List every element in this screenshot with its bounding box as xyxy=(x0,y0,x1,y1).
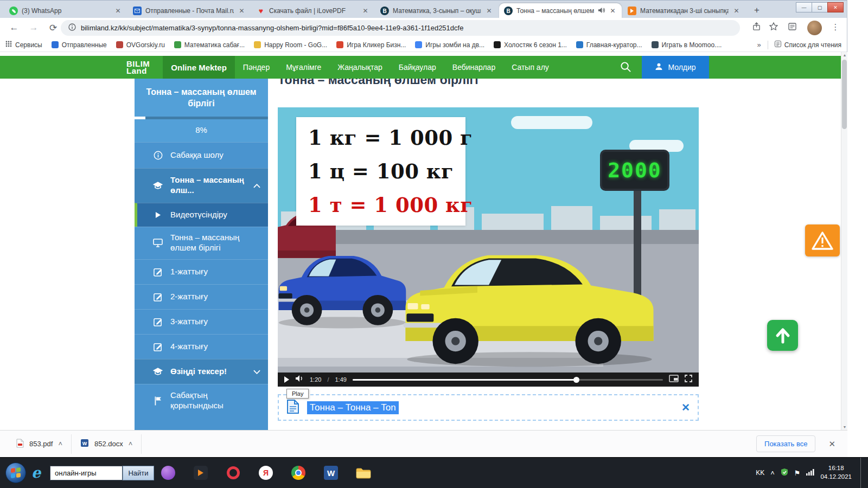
tab-whatsapp[interactable]: (3) WhatsApp ✕ xyxy=(4,3,127,18)
taskbar-search-input[interactable] xyxy=(50,466,123,480)
forward-icon[interactable]: → xyxy=(27,22,40,33)
close-icon[interactable]: ✕ xyxy=(681,401,690,414)
pip-icon[interactable] xyxy=(669,375,679,384)
scroll-down-icon[interactable]: ▼ xyxy=(841,425,847,429)
flag-icon[interactable]: ⚑ xyxy=(794,469,801,477)
back-icon[interactable]: ← xyxy=(8,22,21,33)
bookmark-item[interactable]: Игра Кликер Бизн... xyxy=(336,41,406,49)
seek-bar[interactable] xyxy=(353,379,663,381)
minimize-icon[interactable]: — xyxy=(796,2,812,12)
reload-icon[interactable]: ⟳ xyxy=(47,22,60,34)
media-player-icon[interactable] xyxy=(193,465,209,481)
tab-ilovepdf[interactable]: ♥ Скачать файл | iLovePDF ✕ xyxy=(252,3,374,18)
bookmark-item[interactable]: Игры зомби на дв... xyxy=(415,41,484,49)
warning-badge[interactable] xyxy=(805,224,840,256)
language-indicator[interactable]: KK xyxy=(756,469,764,477)
nav-zhanalyktar[interactable]: Жаңалықтар xyxy=(329,56,391,79)
bookmark-item[interactable]: Отправленные xyxy=(52,41,107,49)
purple-app-icon[interactable] xyxy=(160,465,176,481)
sidebar-item-exercise-3[interactable]: 3-жаттығу xyxy=(135,309,268,334)
bookmark-item[interactable]: Играть в Moomoo.... xyxy=(652,41,722,49)
site-info-icon[interactable] xyxy=(68,23,76,33)
url-text[interactable]: bilimland.kz/kk/subject/matematika/3-syn… xyxy=(81,24,732,32)
scrollbar-thumb[interactable] xyxy=(842,60,847,129)
bookmark-item[interactable]: Главная-куратор... xyxy=(576,41,642,49)
chrome-icon[interactable] xyxy=(290,465,307,481)
selected-text[interactable]: Тонна – Тонна – Ton xyxy=(307,401,399,414)
nav-pander[interactable]: Пәндер xyxy=(235,56,278,79)
volume-icon[interactable] xyxy=(295,375,304,384)
download-menu-caret-icon[interactable]: ˄ xyxy=(129,440,133,448)
nav-satyp-alu[interactable]: Сатып алу xyxy=(503,56,557,79)
hidden-icons-chevron[interactable]: ˄ xyxy=(770,469,775,477)
taskbar-search-button[interactable]: Найти xyxy=(123,466,154,480)
tab-audio-icon[interactable] xyxy=(598,6,605,16)
bookmark-item[interactable]: Happy Room - GoG... xyxy=(254,41,327,49)
sidebar-item-exercise-1[interactable]: 1-жаттығу xyxy=(135,259,268,284)
shield-icon[interactable] xyxy=(781,468,788,478)
bookmark-item[interactable]: Математика сабағ... xyxy=(174,41,245,49)
bookmark-item[interactable]: OVGorskiy.ru xyxy=(116,41,165,49)
internet-explorer-icon[interactable]: e xyxy=(31,464,41,481)
tab-close-icon[interactable]: ✕ xyxy=(732,7,741,15)
video-player[interactable]: 2000 xyxy=(278,107,699,387)
transcript-row[interactable]: Тонна – Тонна – Ton ✕ xyxy=(278,394,699,421)
bookmark-star-icon[interactable] xyxy=(767,22,780,33)
opera-icon[interactable] xyxy=(225,465,241,481)
fullscreen-icon[interactable] xyxy=(685,375,692,384)
nav-baikaular[interactable]: Байқаулар xyxy=(391,56,444,79)
reading-list-icon[interactable] xyxy=(786,22,799,33)
close-icon[interactable]: ✕ xyxy=(827,2,844,12)
tab-close-icon[interactable]: ✕ xyxy=(361,7,369,15)
tab-mailru[interactable]: Отправленные - Почта Mail.ru ✕ xyxy=(128,3,251,18)
chevron-up-icon[interactable] xyxy=(253,181,260,191)
tab-close-icon[interactable]: ✕ xyxy=(238,7,246,15)
sidebar-section-tonna[interactable]: Тонна – массаның өлш... xyxy=(135,168,268,203)
yandex-browser-icon[interactable]: Я xyxy=(258,465,274,481)
sidebar-item-exercise-2[interactable]: 2-жаттығу xyxy=(135,284,268,309)
close-shelf-icon[interactable]: ✕ xyxy=(828,439,835,449)
address-bar[interactable]: bilimland.kz/kk/subject/matematika/3-syn… xyxy=(61,20,740,36)
bilimland-logo[interactable]: BILIM Land xyxy=(126,60,150,74)
network-icon[interactable] xyxy=(806,468,814,477)
chevron-down-icon[interactable] xyxy=(253,367,260,377)
new-tab-button[interactable]: + xyxy=(751,4,763,16)
bookmarks-overflow-chevron[interactable]: » xyxy=(757,41,761,49)
scroll-to-top-button[interactable] xyxy=(767,320,798,351)
bookmark-item[interactable]: Холостяк 6 сезон 1... xyxy=(494,41,567,49)
download-menu-caret-icon[interactable]: ˄ xyxy=(58,440,62,448)
nav-online-mektep[interactable]: Online Mektep xyxy=(163,56,235,79)
seek-knob[interactable] xyxy=(573,377,579,383)
sidebar-item-topic[interactable]: Тонна – массаның өлшем бірлігі xyxy=(135,227,268,259)
download-item-pdf[interactable]: 853.pdf ˄ xyxy=(8,434,72,454)
reading-list-button[interactable]: Список для чтения xyxy=(775,41,841,49)
profile-avatar[interactable] xyxy=(807,21,822,35)
download-item-docx[interactable]: W 852.docx ˄ xyxy=(72,434,142,454)
word-icon[interactable]: W xyxy=(323,465,339,481)
show-desktop-button[interactable] xyxy=(860,458,864,488)
menu-dots-icon[interactable]: ⋮ xyxy=(829,22,842,32)
search-icon[interactable] xyxy=(620,61,631,75)
sidebar-item-exercise-4[interactable]: 4-жаттығу xyxy=(135,334,268,359)
sidebar-section-self-check[interactable]: Өзіңді тексер! xyxy=(135,359,268,384)
tab-bilimland-1[interactable]: B Математика, 3-сынып – оқушы ✕ xyxy=(375,3,498,18)
sidebar-item-summary[interactable]: Сабақтың қорытындысы xyxy=(135,384,268,418)
start-button[interactable] xyxy=(5,463,26,483)
tab-close-icon[interactable]: ✕ xyxy=(609,7,617,15)
share-icon[interactable] xyxy=(750,22,763,33)
maximize-icon[interactable]: ▢ xyxy=(812,2,828,12)
tab-matematika[interactable]: Математикадан 3-ші сыныпқа ✕ xyxy=(623,3,745,18)
tab-close-icon[interactable]: ✕ xyxy=(485,7,493,15)
play-button[interactable] xyxy=(284,376,289,383)
sidebar-item-overview[interactable]: Сабаққа шолу xyxy=(135,142,268,168)
nav-mugalimge[interactable]: Мұғалімге xyxy=(278,56,329,79)
tab-bilimland-active[interactable]: B Тонна – массаның өлшем ✕ xyxy=(499,3,622,18)
user-account-button[interactable]: Молдир xyxy=(642,56,709,79)
scroll-up-icon[interactable]: ▲ xyxy=(841,53,847,57)
show-all-downloads-button[interactable]: Показать все xyxy=(756,435,815,452)
sidebar-item-video[interactable]: Видеотүсіндіру xyxy=(135,203,268,227)
bookmark-services[interactable]: Сервисы xyxy=(5,41,42,49)
file-explorer-icon[interactable] xyxy=(355,465,372,481)
nav-vebinarlar[interactable]: Вебинарлар xyxy=(444,56,503,79)
clock[interactable]: 16:18 04.12.2021 xyxy=(820,464,852,481)
